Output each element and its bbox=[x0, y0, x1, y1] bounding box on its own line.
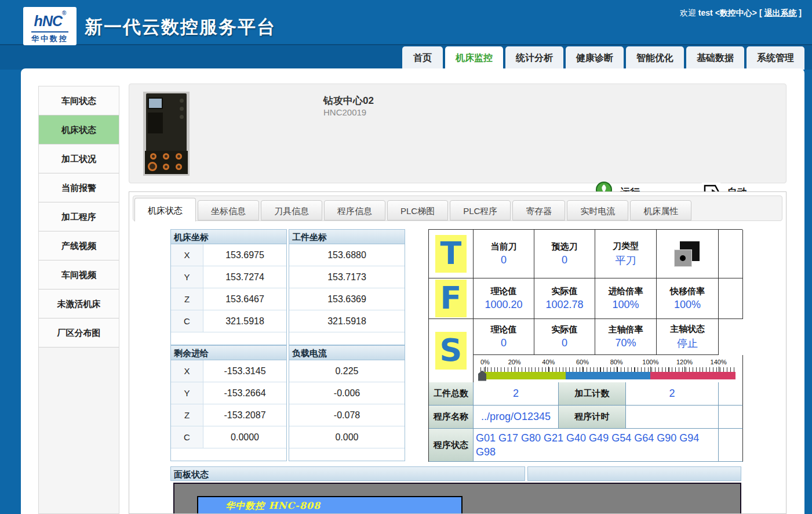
empty-cell bbox=[719, 406, 743, 429]
work-coords-header: 工件坐标 bbox=[289, 230, 405, 244]
sidebar-item-workshop-status[interactable]: 车间状态 bbox=[39, 86, 119, 115]
sidebar-item-workshop-video[interactable]: 车间视频 bbox=[39, 260, 119, 289]
sidebar-item-machining-program[interactable]: 加工程序 bbox=[39, 202, 119, 231]
program-name-label: 程序名称 bbox=[429, 406, 474, 429]
current-tool-value: 0 bbox=[501, 254, 507, 266]
feed-theory-label: 理论值 bbox=[491, 286, 517, 297]
machine-coord-y: 153.7274 bbox=[203, 266, 286, 288]
logout-link[interactable]: 退出系统 bbox=[764, 8, 796, 17]
spindle-state-value: 停止 bbox=[677, 336, 698, 350]
sidebar-item-inactive-machines[interactable]: 未激活机床 bbox=[39, 289, 119, 318]
load-current-header: 负载电流 bbox=[289, 346, 405, 360]
coordinate-tables: 机床坐标 X153.6975 Y153.7274 Z153.6467 C321.… bbox=[170, 229, 405, 461]
nav-tab-machine-monitor[interactable]: 机床监控 bbox=[445, 46, 503, 71]
welcome-bar: 欢迎 test <数控中心> [ 退出系统 ] bbox=[680, 8, 802, 19]
spindle-state-label: 主轴状态 bbox=[670, 324, 705, 335]
registered-mark: ® bbox=[62, 10, 65, 16]
load-current-table: 负载电流 0.225 -0.006 -0.078 0.000 bbox=[289, 345, 405, 461]
empty-cell bbox=[719, 429, 743, 462]
hnc-logo-wordmark: hNC® bbox=[23, 10, 77, 30]
machine-photo bbox=[143, 92, 190, 176]
nav-tab-health[interactable]: 健康诊断 bbox=[566, 46, 624, 70]
spindle-override-value: 70% bbox=[615, 337, 636, 349]
tab-registers[interactable]: 寄存器 bbox=[512, 200, 565, 220]
tfs-grid: T 当前刀0 预选刀0 刀类型平刀 F 理论值1000.20 实际值1002.7… bbox=[428, 229, 742, 383]
rapid-override-value: 100% bbox=[674, 299, 701, 311]
panel-status-header: 面板状态 bbox=[170, 466, 525, 481]
machine-coords-header: 机床坐标 bbox=[171, 230, 286, 244]
nav-tab-optimization[interactable]: 智能优化 bbox=[626, 46, 684, 70]
remaining-feed-header: 剩余进给 bbox=[171, 346, 286, 360]
sidebar-item-line-video[interactable]: 产线视频 bbox=[39, 231, 119, 260]
tab-coordinate-info[interactable]: 坐标信息 bbox=[198, 200, 259, 220]
tool-type-value: 平刀 bbox=[616, 254, 636, 267]
nav-tab-home[interactable]: 首页 bbox=[402, 46, 443, 70]
feed-override-value: 100% bbox=[612, 299, 639, 311]
nav-tab-base-data[interactable]: 基础数据 bbox=[686, 46, 744, 70]
remain-c: 0.0000 bbox=[203, 426, 286, 448]
tab-plc-ladder[interactable]: PLC梯图 bbox=[387, 200, 448, 220]
welcome-prefix: 欢迎 bbox=[680, 8, 696, 17]
empty-cell bbox=[719, 382, 743, 406]
username: test bbox=[698, 8, 713, 17]
gauge-segment-mid bbox=[566, 372, 651, 379]
machine-coord-x: 153.6975 bbox=[203, 244, 286, 266]
user-org: <数控中心> bbox=[715, 8, 757, 17]
axis-label: Y bbox=[171, 266, 203, 288]
work-coords-table: 工件坐标 153.6880 153.7173 153.6369 321.5918 bbox=[289, 229, 405, 345]
tab-tool-info[interactable]: 刀具信息 bbox=[261, 200, 322, 220]
nav-tab-statistics[interactable]: 统计分析 bbox=[505, 46, 563, 70]
hmi-panel: 华中数控 HNC-808 bbox=[173, 483, 741, 514]
panel-status-header-spacer bbox=[527, 466, 741, 481]
spindle-override-gauge: 0% 20% 40% 60% 80% 100% 120% 140% bbox=[474, 355, 743, 383]
nav-tab-system[interactable]: 系统管理 bbox=[747, 46, 804, 70]
tab-realtime-current[interactable]: 实时电流 bbox=[567, 200, 628, 220]
tab-plc-program[interactable]: PLC程序 bbox=[450, 200, 511, 220]
gauge-tick-labels: 0% 20% 40% 60% 80% 100% 120% 140% bbox=[480, 359, 735, 367]
detail-tabstrip: 机床状态 坐标信息 刀具信息 程序信息 PLC梯图 PLC程序 寄存器 实时电流… bbox=[133, 196, 782, 221]
work-coord-z: 153.6369 bbox=[289, 288, 405, 310]
preselect-tool-label: 预选刀 bbox=[552, 241, 578, 252]
axis-label: Z bbox=[171, 288, 203, 310]
sidebar-item-machine-status[interactable]: 机床状态 bbox=[39, 115, 119, 144]
axis-label: Z bbox=[171, 404, 203, 426]
gauge-ruler bbox=[480, 367, 735, 372]
load-z: -0.078 bbox=[289, 404, 405, 426]
remain-x: -153.3145 bbox=[203, 360, 286, 382]
spindle-letter: S bbox=[435, 332, 467, 370]
program-status-label: 程序状态 bbox=[429, 429, 474, 462]
tab-program-info[interactable]: 程序信息 bbox=[324, 200, 385, 220]
remaining-feed-table: 剩余进给 X-153.3145 Y-153.2664 Z-153.2087 C0… bbox=[170, 345, 287, 461]
load-x: 0.225 bbox=[289, 360, 405, 382]
spindle-actual-value: 0 bbox=[562, 337, 567, 349]
workpiece-total-value: 2 bbox=[474, 382, 559, 406]
bracket-close: ] bbox=[799, 8, 802, 17]
sidebar-item-current-alarms[interactable]: 当前报警 bbox=[39, 173, 119, 202]
remain-y: -153.2664 bbox=[203, 382, 286, 404]
feed-actual-value: 1002.78 bbox=[545, 299, 583, 311]
machine-coord-z: 153.6467 bbox=[203, 288, 286, 310]
tool-letter: T bbox=[435, 235, 467, 273]
sidebar-item-machining-status[interactable]: 加工状况 bbox=[39, 144, 119, 173]
tab-machine-status[interactable]: 机床状态 bbox=[134, 198, 196, 222]
feed-theory-value: 1000.20 bbox=[485, 299, 522, 311]
empty-cell bbox=[719, 278, 743, 319]
bracket-open: [ bbox=[759, 8, 762, 17]
axis-label: X bbox=[171, 244, 203, 266]
work-coord-y: 153.7173 bbox=[289, 266, 405, 288]
axis-label: Y bbox=[171, 382, 203, 404]
sidebar-item-factory-map[interactable]: 厂区分布图 bbox=[39, 318, 119, 348]
preselect-tool-value: 0 bbox=[562, 254, 567, 266]
remain-z: -153.2087 bbox=[203, 404, 286, 426]
tab-machine-properties[interactable]: 机床属性 bbox=[630, 200, 691, 220]
current-tool-label: 当前刀 bbox=[491, 241, 517, 252]
spindle-theory-value: 0 bbox=[501, 337, 507, 349]
hnc-logo-chinese: 华中数控 bbox=[31, 31, 68, 44]
work-coord-x: 153.6880 bbox=[289, 244, 405, 266]
spindle-theory-label: 理论值 bbox=[491, 324, 517, 335]
load-c: 0.000 bbox=[289, 426, 405, 448]
work-coord-c: 321.5918 bbox=[289, 310, 405, 332]
program-timer-value bbox=[626, 406, 719, 429]
hmi-screen-text: 华中数控 HNC-808 bbox=[197, 496, 463, 514]
machine-name: 钻攻中心02 bbox=[323, 94, 374, 107]
